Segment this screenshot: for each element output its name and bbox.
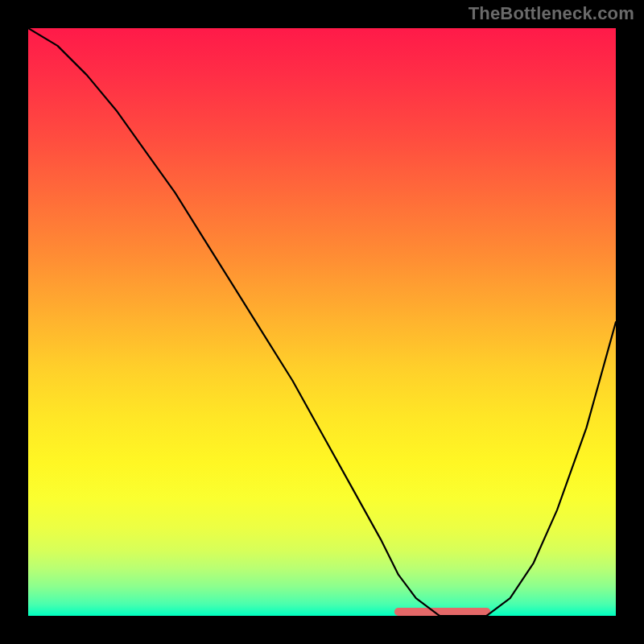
watermark-text: TheBottleneck.com [469, 3, 634, 24]
plot-area [28, 28, 616, 616]
chart-canvas: TheBottleneck.com [0, 0, 644, 644]
curve-overlay [28, 28, 616, 616]
bottleneck-curve [28, 28, 616, 616]
